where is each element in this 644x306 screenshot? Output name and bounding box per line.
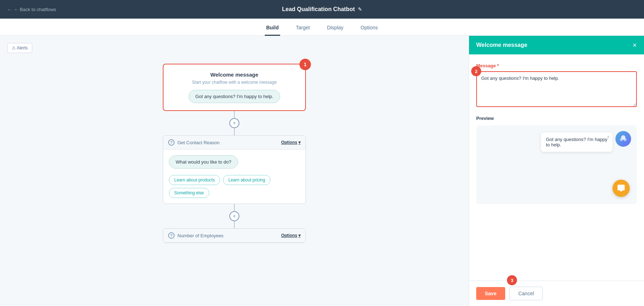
employees-header-left: ? Number of Employees (168, 232, 224, 239)
edit-title-icon[interactable]: ✎ (358, 6, 362, 12)
answer-chip-1[interactable]: Learn about pricing (223, 175, 270, 185)
top-nav: ← ← Back to chatflows Lead Qualification… (0, 0, 644, 19)
employees-title: Number of Employees (177, 233, 224, 238)
answer-chip-2[interactable]: Something else (169, 188, 209, 198)
right-panel: Welcome message × Message * Got any ques… (469, 36, 644, 306)
message-input-wrapper: Got any questions? I'm happy to help. 2 (476, 71, 637, 108)
employees-header: ? Number of Employees Options ▾ (163, 229, 306, 243)
connector-line-1b (234, 128, 235, 135)
contact-reason-body: What would you like to do? Learn about p… (163, 150, 306, 204)
preview-chat-launcher[interactable] (613, 180, 630, 197)
canvas-area: ⚠ Alerts 1 Welcome message Start your ch… (0, 36, 469, 306)
welcome-chat-bubble: Got any questions? I'm happy to help. (189, 90, 280, 103)
tab-bar: Build Target Display Options (0, 19, 644, 36)
welcome-node-title: Welcome message (171, 72, 298, 78)
connector-line-2b (234, 221, 235, 228)
tab-options[interactable]: Options (359, 25, 379, 36)
employees-chevron-icon: ▾ (298, 233, 301, 238)
options-label: Options (281, 140, 297, 145)
connector-1: + (229, 111, 239, 135)
save-button-wrapper: Save (476, 287, 505, 300)
preview-label: Preview (476, 116, 637, 121)
contact-reason-question: What would you like to do? (169, 155, 238, 169)
tab-target[interactable]: Target (294, 25, 311, 36)
back-arrow-icon: ← (7, 7, 12, 12)
message-textarea[interactable]: Got any questions? I'm happy to help. (476, 71, 637, 107)
employees-question-icon: ? (168, 232, 175, 239)
add-node-button-1[interactable]: + (229, 118, 239, 128)
number-of-employees-node: ? Number of Employees Options ▾ (163, 228, 306, 243)
panel-title: Welcome message (476, 42, 527, 48)
connector-2: + (229, 204, 239, 228)
add-node-button-2[interactable]: + (229, 211, 239, 221)
answer-options: Learn about products Learn about pricing… (169, 175, 300, 198)
welcome-message-node[interactable]: 1 Welcome message Start your chatflow wi… (163, 64, 306, 111)
panel-body: Message * Got any questions? I'm happy t… (469, 54, 644, 281)
employees-options-label: Options (281, 233, 297, 238)
svg-point-1 (620, 138, 623, 141)
welcome-node-subtitle: Start your chatflow with a welcome messa… (171, 80, 298, 85)
tab-display[interactable]: Display (326, 25, 345, 36)
chevron-down-icon: ▾ (298, 140, 301, 145)
message-field-label: Message * (476, 63, 637, 68)
get-contact-reason-node: ? Get Contact Reason Options ▾ What woul… (163, 135, 306, 204)
preview-bot-avatar (615, 131, 631, 147)
panel-header: Welcome message × (469, 36, 644, 54)
preview-bubble-text: Got any questions? I'm happy to help. (546, 137, 608, 147)
save-button[interactable]: Save (476, 287, 505, 300)
required-star: * (496, 63, 499, 68)
question-icon: ? (168, 139, 175, 146)
answer-chip-0[interactable]: Learn about products (169, 175, 220, 185)
connector-line-2 (234, 204, 235, 211)
panel-footer: 3 Save Cancel (469, 281, 644, 306)
preview-chat-bubble: × Got any questions? I'm happy to help. (541, 132, 613, 152)
flow-container: 1 Welcome message Start your chatflow wi… (7, 60, 462, 306)
preview-area: × Got any questions? I'm happy to help. (476, 125, 637, 204)
step-1-badge: 1 (299, 59, 311, 70)
step-3-badge: 3 (507, 275, 517, 285)
alerts-button[interactable]: ⚠ Alerts (7, 43, 32, 53)
back-label: ← Back to chatflows (14, 7, 56, 12)
preview-close-btn[interactable]: × (607, 134, 610, 140)
contact-reason-title: Get Contact Reason (177, 140, 220, 145)
employees-options-button[interactable]: Options ▾ (281, 233, 301, 238)
tab-build[interactable]: Build (265, 25, 280, 36)
step-2-badge: 2 (471, 66, 481, 76)
cancel-button[interactable]: Cancel (509, 287, 543, 300)
connector-line-1 (234, 111, 235, 118)
nav-title-area: Lead Qualification Chatbot ✎ (282, 6, 362, 13)
chatbot-title: Lead Qualification Chatbot (282, 6, 355, 13)
back-to-chatflows-link[interactable]: ← ← Back to chatflows (7, 7, 56, 12)
svg-point-2 (624, 138, 626, 141)
contact-reason-options-button[interactable]: Options ▾ (281, 140, 301, 145)
main-layout: ⚠ Alerts 1 Welcome message Start your ch… (0, 36, 644, 306)
contact-reason-header: ? Get Contact Reason Options ▾ (163, 136, 306, 150)
panel-close-button[interactable]: × (633, 42, 637, 49)
contact-reason-header-left: ? Get Contact Reason (168, 139, 220, 146)
